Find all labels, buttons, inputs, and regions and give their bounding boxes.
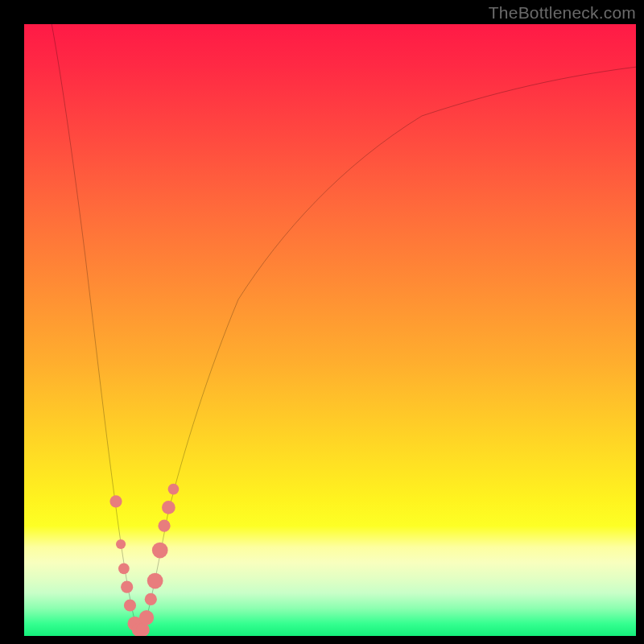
data-marker (118, 564, 130, 575)
data-marker (145, 593, 157, 605)
data-marker (136, 623, 150, 636)
bottleneck-curve (24, 24, 636, 636)
chart-frame: TheBottleneck.com (0, 0, 644, 644)
data-marker (147, 573, 163, 589)
data-marker (116, 539, 126, 549)
watermark-label: TheBottleneck.com (489, 3, 636, 23)
data-marker (139, 610, 154, 625)
data-marker (158, 520, 170, 532)
data-marker (152, 543, 168, 559)
data-marker (121, 581, 133, 593)
data-marker (124, 599, 136, 611)
curve-path (52, 24, 636, 636)
data-marker (109, 495, 122, 507)
plot-area (24, 24, 636, 636)
data-marker (162, 501, 175, 514)
data-marker (168, 484, 180, 495)
marker-cluster (109, 484, 179, 636)
